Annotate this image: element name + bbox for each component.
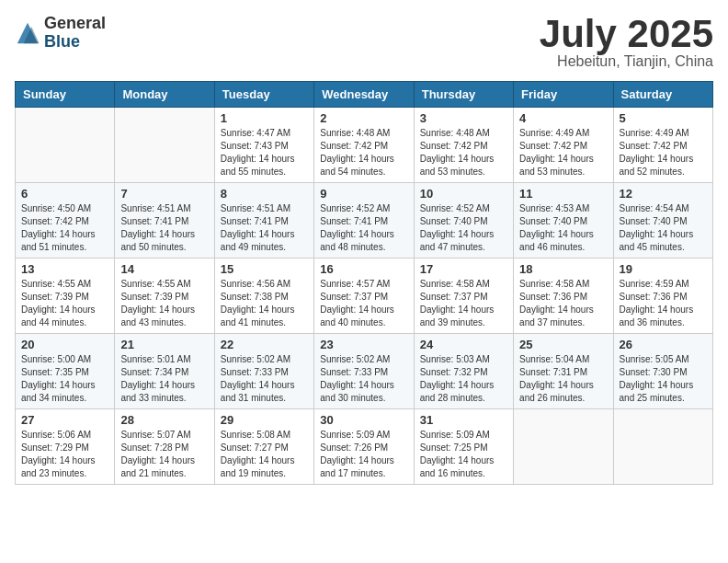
calendar-cell [613, 409, 712, 485]
weekday-header: Sunday [16, 82, 115, 108]
cell-info: Sunrise: 4:58 AMSunset: 7:37 PMDaylight:… [420, 278, 507, 329]
cell-info: Sunrise: 4:51 AMSunset: 7:41 PMDaylight:… [221, 202, 308, 254]
weekday-header: Friday [514, 82, 613, 108]
day-number: 24 [420, 338, 507, 351]
day-number: 2 [320, 111, 407, 125]
calendar-cell: 28Sunrise: 5:07 AMSunset: 7:28 PMDayligh… [115, 409, 214, 485]
weekday-header: Monday [115, 82, 214, 108]
cell-info: Sunrise: 4:55 AMSunset: 7:39 PMDaylight:… [120, 278, 208, 329]
day-number: 27 [21, 413, 108, 427]
calendar-cell: 14Sunrise: 4:55 AMSunset: 7:39 PMDayligh… [115, 259, 214, 334]
page-header: General Blue July 2025 Hebeitun, Tianjin… [15, 15, 713, 70]
day-number: 18 [519, 262, 607, 276]
cell-info: Sunrise: 5:04 AMSunset: 7:31 PMDaylight:… [519, 353, 607, 405]
calendar-cell: 18Sunrise: 4:58 AMSunset: 7:36 PMDayligh… [514, 259, 613, 334]
day-number: 8 [221, 187, 308, 201]
logo-text: General Blue [44, 15, 106, 52]
day-number: 12 [620, 187, 707, 201]
logo: General Blue [15, 15, 106, 52]
cell-info: Sunrise: 4:56 AMSunset: 7:38 PMDaylight:… [221, 278, 308, 329]
calendar-header-row: SundayMondayTuesdayWednesdayThursdayFrid… [16, 82, 713, 108]
weekday-header: Tuesday [214, 82, 313, 108]
logo-blue: Blue [44, 33, 106, 52]
weekday-header: Thursday [414, 82, 513, 108]
day-number: 10 [420, 187, 507, 201]
calendar-cell: 26Sunrise: 5:05 AMSunset: 7:30 PMDayligh… [613, 334, 712, 409]
calendar-table: SundayMondayTuesdayWednesdayThursdayFrid… [15, 81, 713, 485]
calendar-cell: 9Sunrise: 4:52 AMSunset: 7:41 PMDaylight… [314, 183, 414, 259]
location: Hebeitun, Tianjin, China [540, 53, 713, 70]
calendar-week-row: 20Sunrise: 5:00 AMSunset: 7:35 PMDayligh… [16, 334, 713, 409]
calendar-cell: 21Sunrise: 5:01 AMSunset: 7:34 PMDayligh… [115, 334, 214, 409]
calendar-cell: 6Sunrise: 4:50 AMSunset: 7:42 PMDaylight… [16, 183, 115, 259]
logo-icon [15, 20, 40, 46]
day-number: 19 [620, 262, 707, 276]
calendar-cell: 10Sunrise: 4:52 AMSunset: 7:40 PMDayligh… [414, 183, 513, 259]
calendar-cell: 5Sunrise: 4:49 AMSunset: 7:42 PMDaylight… [613, 108, 712, 183]
day-number: 9 [320, 187, 407, 201]
cell-info: Sunrise: 5:03 AMSunset: 7:32 PMDaylight:… [420, 353, 507, 405]
day-number: 1 [221, 111, 308, 125]
calendar-week-row: 1Sunrise: 4:47 AMSunset: 7:43 PMDaylight… [16, 108, 713, 183]
day-number: 16 [320, 262, 407, 276]
calendar-cell: 30Sunrise: 5:09 AMSunset: 7:26 PMDayligh… [314, 409, 414, 485]
cell-info: Sunrise: 4:50 AMSunset: 7:42 PMDaylight:… [21, 202, 108, 254]
calendar-cell [16, 108, 115, 183]
cell-info: Sunrise: 5:09 AMSunset: 7:26 PMDaylight:… [320, 429, 407, 480]
calendar-week-row: 6Sunrise: 4:50 AMSunset: 7:42 PMDaylight… [16, 183, 713, 259]
calendar-week-row: 13Sunrise: 4:55 AMSunset: 7:39 PMDayligh… [16, 259, 713, 334]
cell-info: Sunrise: 4:54 AMSunset: 7:40 PMDaylight:… [620, 202, 707, 254]
day-number: 20 [21, 338, 108, 351]
calendar-cell: 24Sunrise: 5:03 AMSunset: 7:32 PMDayligh… [414, 334, 513, 409]
calendar-cell: 7Sunrise: 4:51 AMSunset: 7:41 PMDaylight… [115, 183, 214, 259]
calendar-cell: 16Sunrise: 4:57 AMSunset: 7:37 PMDayligh… [314, 259, 414, 334]
cell-info: Sunrise: 5:02 AMSunset: 7:33 PMDaylight:… [320, 353, 407, 405]
day-number: 3 [420, 111, 507, 125]
calendar-cell [115, 108, 214, 183]
cell-info: Sunrise: 4:49 AMSunset: 7:42 PMDaylight:… [519, 127, 607, 178]
weekday-header: Wednesday [314, 82, 414, 108]
cell-info: Sunrise: 4:57 AMSunset: 7:37 PMDaylight:… [320, 278, 407, 329]
calendar-cell: 8Sunrise: 4:51 AMSunset: 7:41 PMDaylight… [214, 183, 313, 259]
cell-info: Sunrise: 5:06 AMSunset: 7:29 PMDaylight:… [21, 429, 108, 480]
day-number: 17 [420, 262, 507, 276]
day-number: 26 [620, 338, 707, 351]
weekday-header: Saturday [613, 82, 712, 108]
day-number: 15 [221, 262, 308, 276]
calendar-cell: 12Sunrise: 4:54 AMSunset: 7:40 PMDayligh… [613, 183, 712, 259]
calendar-cell: 27Sunrise: 5:06 AMSunset: 7:29 PMDayligh… [16, 409, 115, 485]
cell-info: Sunrise: 4:47 AMSunset: 7:43 PMDaylight:… [221, 127, 308, 178]
calendar-cell: 22Sunrise: 5:02 AMSunset: 7:33 PMDayligh… [214, 334, 313, 409]
day-number: 28 [120, 413, 208, 427]
day-number: 14 [120, 262, 208, 276]
cell-info: Sunrise: 5:05 AMSunset: 7:30 PMDaylight:… [620, 353, 707, 405]
day-number: 13 [21, 262, 108, 276]
calendar-cell: 1Sunrise: 4:47 AMSunset: 7:43 PMDaylight… [214, 108, 313, 183]
day-number: 6 [21, 187, 108, 201]
day-number: 11 [519, 187, 607, 201]
cell-info: Sunrise: 4:59 AMSunset: 7:36 PMDaylight:… [620, 278, 707, 329]
cell-info: Sunrise: 4:49 AMSunset: 7:42 PMDaylight:… [620, 127, 707, 178]
calendar-week-row: 27Sunrise: 5:06 AMSunset: 7:29 PMDayligh… [16, 409, 713, 485]
cell-info: Sunrise: 5:09 AMSunset: 7:25 PMDaylight:… [420, 429, 507, 480]
cell-info: Sunrise: 4:48 AMSunset: 7:42 PMDaylight:… [420, 127, 507, 178]
cell-info: Sunrise: 5:07 AMSunset: 7:28 PMDaylight:… [120, 429, 208, 480]
calendar-cell: 15Sunrise: 4:56 AMSunset: 7:38 PMDayligh… [214, 259, 313, 334]
calendar-cell [514, 409, 613, 485]
calendar-cell: 3Sunrise: 4:48 AMSunset: 7:42 PMDaylight… [414, 108, 513, 183]
calendar-cell: 17Sunrise: 4:58 AMSunset: 7:37 PMDayligh… [414, 259, 513, 334]
cell-info: Sunrise: 4:48 AMSunset: 7:42 PMDaylight:… [320, 127, 407, 178]
calendar-cell: 31Sunrise: 5:09 AMSunset: 7:25 PMDayligh… [414, 409, 513, 485]
day-number: 21 [120, 338, 208, 351]
cell-info: Sunrise: 5:02 AMSunset: 7:33 PMDaylight:… [221, 353, 308, 405]
day-number: 31 [420, 413, 507, 427]
calendar-cell: 4Sunrise: 4:49 AMSunset: 7:42 PMDaylight… [514, 108, 613, 183]
cell-info: Sunrise: 4:53 AMSunset: 7:40 PMDaylight:… [519, 202, 607, 254]
calendar-cell: 20Sunrise: 5:00 AMSunset: 7:35 PMDayligh… [16, 334, 115, 409]
calendar-cell: 13Sunrise: 4:55 AMSunset: 7:39 PMDayligh… [16, 259, 115, 334]
day-number: 22 [221, 338, 308, 351]
calendar-cell: 19Sunrise: 4:59 AMSunset: 7:36 PMDayligh… [613, 259, 712, 334]
day-number: 25 [519, 338, 607, 351]
month-title: July 2025 [540, 15, 713, 53]
day-number: 4 [519, 111, 607, 125]
